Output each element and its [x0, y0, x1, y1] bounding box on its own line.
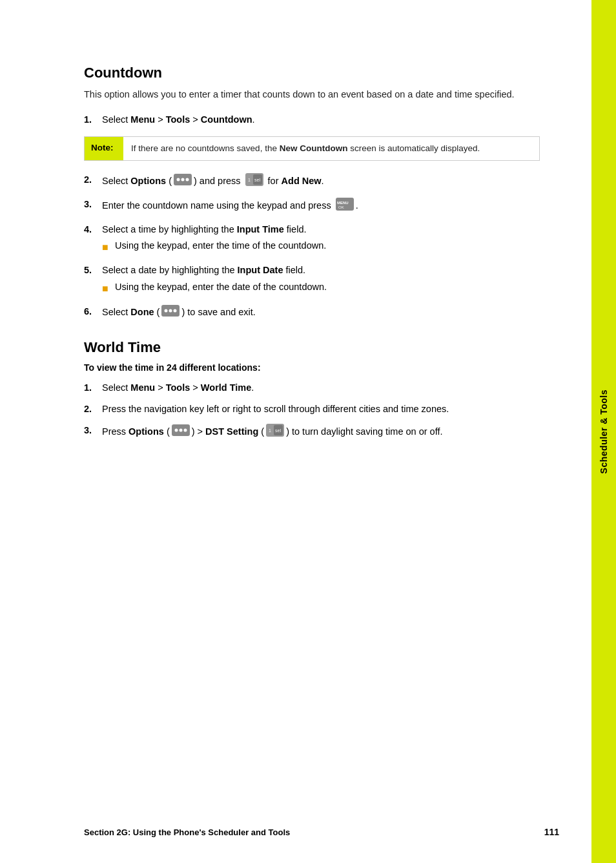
- done-btn-icon: [161, 304, 180, 321]
- step-4-bullet-1-text: Using the keypad, enter the time of the …: [115, 239, 326, 253]
- select-btn-icon-1: 1sel: [245, 172, 264, 191]
- note-label: Note:: [85, 137, 123, 160]
- world-time-intro: To view the time in 24 different locatio…: [84, 362, 540, 373]
- step-5-bullet-1: ■ Using the keypad, enter the date of th…: [102, 280, 540, 296]
- wt-step-3-number: 3.: [84, 423, 102, 438]
- side-tab: Scheduler & Tools: [591, 0, 616, 863]
- options-btn-icon-1: [173, 173, 192, 190]
- countdown-title: Countdown: [84, 65, 540, 81]
- countdown-intro: This option allows you to enter a timer …: [84, 88, 540, 102]
- wt-step-1: 1. Select Menu > Tools > World Time.: [84, 380, 540, 395]
- step-4: 4. Select a time by highlighting the Inp…: [84, 222, 540, 256]
- world-time-steps: 1. Select Menu > Tools > World Time. 2. …: [84, 380, 540, 441]
- wt-step-3: 3. Press Options () > DST Setting (1sel)…: [84, 423, 540, 441]
- wt-step-3-content: Press Options () > DST Setting (1sel) to…: [102, 423, 540, 441]
- step-6-content: Select Done () to save and exit.: [102, 304, 540, 321]
- footer-page: 111: [544, 827, 559, 837]
- step-1-content: Select Menu > Tools > Countdown.: [102, 112, 540, 127]
- step-2-number: 2.: [84, 172, 102, 187]
- note-box: Note: If there are no countdowns saved, …: [84, 136, 540, 161]
- main-content: Countdown This option allows you to ente…: [0, 0, 591, 863]
- svg-point-13: [169, 309, 172, 312]
- wt-step-2: 2. Press the navigation key left or righ…: [84, 402, 540, 417]
- options-btn-icon-2: [171, 424, 190, 441]
- svg-point-17: [179, 428, 182, 432]
- footer-text: Section 2G: Using the Phone's Scheduler …: [84, 827, 290, 837]
- step-3-number: 3.: [84, 197, 102, 212]
- page-container: Countdown This option allows you to ente…: [0, 0, 616, 863]
- step-5: 5. Select a date by highlighting the Inp…: [84, 263, 540, 297]
- side-tab-text: Scheduler & Tools: [599, 390, 609, 473]
- svg-point-1: [176, 178, 180, 181]
- menu-ok-btn-icon: MENUOK: [335, 197, 354, 215]
- wt-step-1-content: Select Menu > Tools > World Time.: [102, 380, 540, 395]
- world-time-section: World Time To view the time in 24 differ…: [84, 339, 540, 441]
- bullet-marker-2: ■: [102, 281, 110, 296]
- step-4-bullet-1: ■ Using the keypad, enter the time of th…: [102, 239, 540, 255]
- select-btn-icon-2: 1sel: [265, 423, 285, 441]
- svg-point-16: [174, 428, 178, 432]
- step-6: 6. Select Done () to save and exit.: [84, 304, 540, 321]
- svg-text:1: 1: [248, 178, 251, 182]
- svg-point-2: [181, 178, 184, 181]
- step-6-number: 6.: [84, 304, 102, 319]
- step-3: 3. Enter the countdown name using the ke…: [84, 197, 540, 215]
- note-content: If there are no countdowns saved, the Ne…: [123, 137, 488, 160]
- wt-step-2-number: 2.: [84, 402, 102, 417]
- svg-text:MENU: MENU: [337, 201, 349, 205]
- step-2: 2. Select Options () and press 1sel for …: [84, 172, 540, 191]
- wt-step-2-content: Press the navigation key left or right t…: [102, 402, 540, 416]
- step-2-content: Select Options () and press 1sel for Add…: [102, 172, 540, 191]
- step-5-bullets: ■ Using the keypad, enter the date of th…: [102, 280, 540, 296]
- step-4-content: Select a time by highlighting the Input …: [102, 222, 540, 256]
- step-5-bullet-1-text: Using the keypad, enter the date of the …: [115, 280, 327, 295]
- countdown-steps-2: 2. Select Options () and press 1sel for …: [84, 172, 540, 321]
- step-1-number: 1.: [84, 112, 102, 127]
- step-5-content: Select a date by highlighting the Input …: [102, 263, 540, 297]
- svg-text:sel: sel: [275, 428, 281, 433]
- svg-text:OK: OK: [338, 205, 344, 209]
- countdown-section: Countdown This option allows you to ente…: [84, 65, 540, 321]
- bullet-marker: ■: [102, 240, 110, 255]
- svg-point-3: [185, 178, 189, 181]
- step-5-number: 5.: [84, 263, 102, 278]
- step-3-content: Enter the countdown name using the keypa…: [102, 197, 540, 215]
- world-time-title: World Time: [84, 339, 540, 356]
- countdown-steps: 1. Select Menu > Tools > Countdown.: [84, 112, 540, 127]
- svg-text:1: 1: [269, 428, 271, 433]
- svg-point-14: [174, 309, 177, 312]
- page-footer: Section 2G: Using the Phone's Scheduler …: [84, 827, 559, 837]
- step-1: 1. Select Menu > Tools > Countdown.: [84, 112, 540, 127]
- step-4-number: 4.: [84, 222, 102, 237]
- svg-text:sel: sel: [254, 178, 260, 182]
- svg-point-18: [183, 428, 187, 432]
- step-4-bullets: ■ Using the keypad, enter the time of th…: [102, 239, 540, 255]
- wt-step-1-number: 1.: [84, 380, 102, 395]
- svg-point-12: [165, 309, 168, 312]
